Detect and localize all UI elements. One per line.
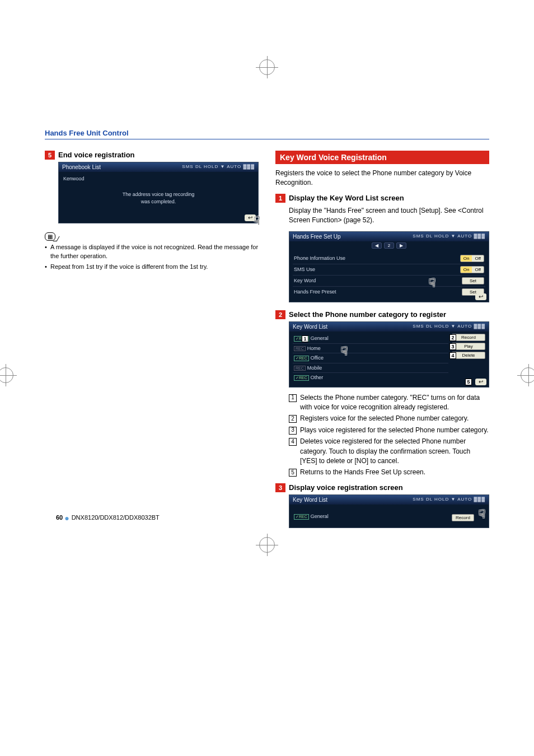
step-title: Display the Key Word List screen [289,194,404,202]
status-icons: SMS DL HOLD ▼ AUTO ▓▓▓ [182,164,255,170]
list-item[interactable]: ✓RECGeneral [293,334,448,344]
list-item[interactable]: RECMobile [293,363,448,373]
prev-page-button[interactable]: ◀ [372,242,382,249]
setting-label: Hands Free Preset [294,289,336,295]
left-column: 5 End voice registration Phonebook List … [45,151,259,534]
setting-label: Phone Information Use [294,255,345,261]
step-title: Select the Phone number category to regi… [289,310,446,319]
screenshot-key-word-list-record: Key Word List SMS DL HOLD ▼ AUTO ▓▓▓ ✓RE… [289,494,489,528]
step-2-header: 2 Select the Phone number category to re… [275,310,489,319]
step-title: End voice registration [58,151,135,159]
setting-label: Key Word [294,278,316,283]
delete-button[interactable]: Delete [452,352,485,359]
set-button[interactable]: Set [462,277,484,284]
step-number: 1 [275,194,285,203]
status-icons: SMS DL HOLD ▼ AUTO ▓▓▓ [413,234,485,240]
page-footer: 60 ● DNX8120/DDX812/DDX8032BT [56,514,160,522]
manual-page: Hands Free Unit Control 5 End voice regi… [0,0,534,567]
step-3-header: 3 Display voice registration screen [275,483,489,492]
crop-cross [517,364,534,386]
step-number: 3 [275,483,285,492]
on-off-toggle[interactable]: OnOff [460,255,484,262]
step-number: 5 [45,151,55,160]
callout-ref: 2 [289,415,297,423]
list-item[interactable]: RECHome [293,344,448,353]
description-text: Selects the Phone number category. "REC"… [300,393,489,413]
screenshot-title-bar: Key Word List SMS DL HOLD ▼ AUTO ▓▓▓ [289,322,489,332]
description-list: 1Selects the Phone number category. "REC… [289,393,489,478]
notes-list: A message is displayed if the voice is n… [45,243,259,272]
callout-ref: 1 [289,394,297,402]
on-off-toggle[interactable]: OnOff [460,266,484,273]
screenshot-hands-free-setup: Hands Free Set Up SMS DL HOLD ▼ AUTO ▓▓▓… [289,231,489,302]
callout-2: 2 [449,334,456,341]
setting-row: Key Word Set [293,276,485,287]
callout-ref: 4 [289,438,297,446]
step-number: 2 [275,310,285,319]
page-indicator: 2 [384,242,394,249]
step-1-body: Display the "Hands Free" screen and touc… [289,206,489,226]
setting-row: SMS Use OnOff [293,264,485,276]
callout-3: 3 [449,343,456,350]
return-icon: ↩ [245,214,256,221]
crop-cross [0,364,17,386]
return-icon: ↩ [475,293,486,300]
note-icon: ▦ [45,232,55,241]
screenshot-title-bar: Phonebook List SMS DL HOLD ▼ AUTO ▓▓▓ [59,162,258,172]
status-icons: SMS DL HOLD ▼ AUTO ▓▓▓ [413,497,485,503]
record-button[interactable]: Record [452,334,485,341]
next-page-button[interactable]: ▶ [396,242,406,249]
callout-ref: 3 [289,427,297,435]
screenshot-title-bar: Key Word List SMS DL HOLD ▼ AUTO ▓▓▓ [289,495,489,505]
list-item[interactable]: ✓RECOffice [293,353,448,363]
crop-cross [256,534,278,556]
bullet-icon: ● [64,514,71,522]
list-item[interactable]: ✓RECGeneral [293,512,452,521]
step-1-header: 1 Display the Key Word List screen [275,194,489,203]
setting-row: Hands Free Preset Set [293,287,485,297]
setting-row: Phone Information Use OnOff [293,253,485,264]
right-column: Key Word Voice Registration Registers th… [275,151,489,534]
description-text: Plays voice registered for the selected … [300,426,489,435]
screenshot-title: Hands Free Set Up [293,234,341,240]
description-text: Registers voice for the selected Phone n… [300,414,469,423]
page-number: 60 [56,514,63,521]
step-5-header: 5 End voice registration [45,151,259,160]
screenshot-title: Key Word List [293,324,327,330]
callout-5: 5 [465,379,472,385]
section-header: Hands Free Unit Control [45,129,489,139]
completion-message: The address voice tag recording was comp… [62,183,255,213]
model-numbers: DNX8120/DDX812/DDX8032BT [72,514,160,521]
note-text: Repeat from 1st try if the voice is diff… [45,263,259,272]
callout-4: 4 [449,352,456,359]
screenshot-title: Phonebook List [62,164,101,170]
screenshot-title: Key Word List [293,497,327,503]
return-icon: ↩ [475,379,486,385]
step-title: Display voice registration screen [289,483,403,492]
screenshot-title-bar: Hands Free Set Up SMS DL HOLD ▼ AUTO ▓▓▓ [289,232,489,241]
setting-label: SMS Use [294,267,315,272]
phonebook-entry: Kenwood [63,176,85,181]
list-item: Kenwood [62,174,255,183]
description-text: Returns to the Hands Free Set Up screen. [300,468,425,477]
screenshot-phonebook-list: Phonebook List SMS DL HOLD ▼ AUTO ▓▓▓ Ke… [58,162,259,223]
status-icons: SMS DL HOLD ▼ AUTO ▓▓▓ [413,324,485,330]
record-button[interactable]: Record [452,514,474,521]
pager: ◀ 2 ▶ [289,241,489,251]
note-text: A message is displayed if the voice is n… [45,243,259,261]
crop-cross [256,56,278,78]
screenshot-key-word-list: Key Word List SMS DL HOLD ▼ AUTO ▓▓▓ ✓RE… [289,321,489,388]
feature-title: Key Word Voice Registration [275,151,489,164]
callout-1: 1 [302,335,308,342]
callout-ref: 5 [289,469,297,477]
intro-text: Registers the voice to select the Phone … [275,169,489,188]
description-text: Deletes voice registered for the selecte… [300,437,489,466]
list-item[interactable]: ✓RECOther [293,373,448,382]
play-button[interactable]: Play [452,343,485,350]
